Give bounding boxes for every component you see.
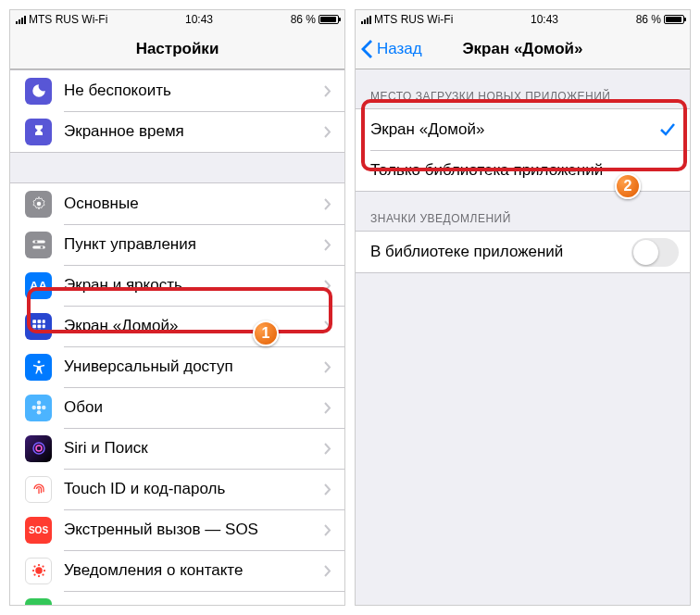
apps-grid-icon	[25, 313, 52, 340]
siri-icon	[25, 435, 52, 462]
switches-icon	[25, 232, 52, 258]
cell-label: Уведомления о контакте	[64, 561, 324, 580]
settings-display[interactable]: AA Экран и яркость	[10, 265, 344, 306]
svg-point-29	[42, 573, 44, 575]
virus-icon	[25, 558, 52, 584]
svg-point-22	[37, 564, 39, 566]
signal-icon	[16, 16, 26, 24]
chevron-right-icon	[324, 198, 331, 210]
chevron-right-icon	[324, 320, 331, 333]
accessibility-icon	[25, 354, 52, 381]
chevron-right-icon	[324, 483, 331, 496]
chevron-right-icon	[324, 361, 331, 373]
carrier-text: MTS RUS Wi-Fi	[374, 13, 453, 26]
cell-label: Универсальный доступ	[64, 358, 324, 376]
cell-label: Экранное время	[64, 122, 324, 141]
settings-touchid[interactable]: Touch ID и код-пароль	[10, 469, 344, 509]
signal-icon	[361, 16, 371, 24]
settings-wallpaper[interactable]: Обои	[10, 387, 344, 428]
carrier-text: MTS RUS Wi-Fi	[29, 13, 107, 26]
status-bar: MTS RUS Wi-Fi 10:43 86 %	[10, 10, 344, 29]
battery-percent: 86 %	[636, 13, 661, 26]
svg-point-28	[33, 573, 35, 575]
settings-list[interactable]: Не беспокоить Экранное время Основные Пу…	[10, 69, 344, 605]
svg-point-13	[37, 360, 40, 363]
hourglass-icon	[25, 119, 52, 145]
sos-icon: SOS	[25, 517, 52, 544]
svg-point-18	[42, 406, 46, 410]
svg-rect-7	[42, 320, 44, 323]
status-bar: MTS RUS Wi-Fi 10:43 86 %	[356, 10, 690, 29]
back-label: Назад	[377, 40, 422, 58]
svg-rect-1	[32, 241, 45, 244]
settings-accessibility[interactable]: Универсальный доступ	[10, 346, 344, 387]
chevron-right-icon	[324, 239, 331, 251]
chevron-right-icon	[324, 85, 331, 97]
chevron-right-icon	[324, 402, 331, 414]
svg-point-14	[36, 406, 41, 410]
svg-point-25	[43, 570, 44, 571]
cell-label: Touch ID и код-пароль	[64, 480, 324, 498]
settings-sos[interactable]: SOS Экстренный вызов — SOS	[10, 509, 344, 550]
svg-rect-12	[37, 330, 41, 333]
gear-icon	[25, 191, 52, 218]
cell-label: Экран и яркость	[64, 276, 324, 295]
svg-rect-6	[37, 320, 41, 323]
text-size-icon: AA	[25, 272, 52, 299]
option-badges-in-library[interactable]: В библиотеке приложений	[356, 232, 690, 272]
svg-rect-2	[32, 246, 45, 249]
svg-point-24	[31, 570, 33, 571]
svg-point-3	[34, 241, 37, 244]
svg-point-21	[35, 567, 43, 574]
settings-screen-time[interactable]: Экранное время	[10, 111, 344, 152]
svg-point-26	[33, 565, 35, 567]
svg-rect-8	[32, 325, 36, 329]
fingerprint-icon	[25, 476, 52, 503]
settings-home-screen[interactable]: Экран «Домой»	[10, 306, 344, 346]
svg-rect-11	[32, 330, 36, 333]
cell-label: Siri и Поиск	[64, 439, 324, 458]
cell-label: В библиотеке приложений	[370, 243, 631, 261]
svg-point-15	[36, 401, 41, 406]
back-button[interactable]: Назад	[361, 40, 422, 58]
settings-battery[interactable]: Аккумулятор	[10, 591, 344, 605]
cell-label: Пункт управления	[64, 235, 324, 254]
section-header-download-location: МЕСТО ЗАГРУЗКИ НОВЫХ ПРИЛОЖЕНИЙ	[356, 69, 690, 108]
left-screenshot: MTS RUS Wi-Fi 10:43 86 % Настройки Не бе…	[9, 9, 345, 606]
chevron-right-icon	[324, 524, 331, 536]
svg-rect-9	[37, 325, 41, 329]
svg-point-23	[37, 575, 39, 577]
settings-siri[interactable]: Siri и Поиск	[10, 428, 344, 469]
svg-rect-5	[32, 320, 36, 323]
nav-header: Настройки	[10, 29, 344, 69]
cell-label: Аккумулятор	[64, 602, 324, 605]
chevron-right-icon	[324, 280, 331, 292]
page-title: Экран «Домой»	[462, 40, 582, 58]
option-home-screen[interactable]: Экран «Домой»	[356, 109, 690, 150]
cell-label: Экран «Домой»	[370, 120, 660, 139]
moon-icon	[25, 78, 52, 105]
flower-icon	[25, 395, 52, 421]
cell-label: Экстренный вызов — SOS	[64, 521, 324, 539]
settings-exposure[interactable]: Уведомления о контакте	[10, 550, 344, 591]
battery-icon	[319, 15, 339, 24]
home-screen-settings[interactable]: МЕСТО ЗАГРУЗКИ НОВЫХ ПРИЛОЖЕНИЙ Экран «Д…	[356, 69, 690, 605]
svg-point-20	[36, 446, 42, 451]
settings-control-center[interactable]: Пункт управления	[10, 224, 344, 265]
cell-label: Только библиотека приложений	[370, 161, 690, 180]
cell-label: Не беспокоить	[64, 82, 324, 100]
svg-point-0	[36, 202, 41, 207]
settings-general[interactable]: Основные	[10, 183, 344, 224]
right-screenshot: MTS RUS Wi-Fi 10:43 86 % Назад Экран «До…	[355, 9, 691, 606]
chevron-right-icon	[324, 565, 331, 577]
badge-2: 2	[615, 173, 641, 199]
chevron-right-icon	[324, 126, 331, 138]
status-time: 10:43	[531, 13, 558, 26]
svg-point-4	[40, 246, 43, 249]
cell-label: Экран «Домой»	[64, 317, 324, 335]
nav-header: Назад Экран «Домой»	[356, 29, 690, 69]
checkmark-icon	[660, 123, 675, 136]
toggle-switch[interactable]	[631, 238, 679, 267]
settings-do-not-disturb[interactable]: Не беспокоить	[10, 70, 344, 111]
battery-icon-cell	[25, 598, 52, 606]
